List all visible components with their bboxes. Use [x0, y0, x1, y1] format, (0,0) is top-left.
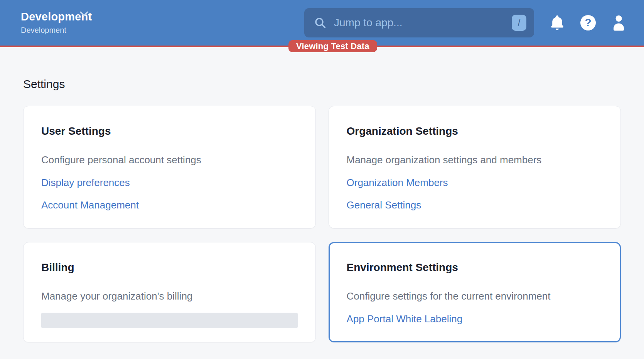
organization-settings-card: Organization Settings Manage organizatio…: [329, 106, 621, 229]
organization-members-link[interactable]: Organization Members: [347, 176, 448, 189]
question-mark-glyph: ?: [585, 17, 591, 28]
card-description: Configure personal account settings: [41, 154, 298, 166]
card-links: App Portal White Labeling: [347, 313, 603, 325]
general-settings-link[interactable]: General Settings: [347, 199, 421, 211]
viewing-test-data-badge: Viewing Test Data: [288, 40, 377, 52]
help-button[interactable]: ?: [580, 15, 596, 30]
search-input[interactable]: [333, 16, 512, 29]
environment-settings-card: Environment Settings Configure settings …: [329, 242, 621, 342]
card-description: Configure settings for the current envir…: [347, 290, 603, 302]
chevron-down-icon: [80, 11, 88, 18]
user-settings-card: User Settings Configure personal account…: [23, 106, 316, 229]
notifications-button[interactable]: [551, 15, 563, 31]
slash-shortcut-badge: /: [512, 15, 526, 31]
app-portal-white-labeling-link[interactable]: App Portal White Labeling: [347, 313, 463, 325]
card-description: Manage your organization's billing: [41, 290, 298, 302]
search-icon: [314, 17, 326, 29]
display-preferences-link[interactable]: Display preferences: [41, 176, 130, 189]
topbar-actions: ?: [551, 0, 625, 46]
billing-loading-placeholder: [41, 313, 298, 328]
account-management-link[interactable]: Account Management: [41, 199, 139, 211]
bell-icon: [551, 15, 563, 31]
page-title: Settings: [23, 77, 621, 91]
card-title: Billing: [41, 261, 298, 274]
question-mark-icon: ?: [580, 15, 596, 30]
card-description: Manage organization settings and members: [347, 154, 603, 166]
account-button[interactable]: [613, 15, 625, 31]
card-links: Display preferences Account Management: [41, 176, 298, 211]
settings-card-grid: User Settings Configure personal account…: [23, 106, 621, 342]
app-root: Development Development /: [0, 0, 644, 359]
card-links: Organization Members General Settings: [347, 176, 603, 211]
billing-card: Billing Manage your organization's billi…: [23, 242, 316, 342]
card-title: User Settings: [41, 125, 298, 138]
card-title: Environment Settings: [347, 261, 603, 274]
settings-page: Settings User Settings Configure persona…: [0, 77, 644, 342]
user-icon: [613, 15, 625, 31]
top-navigation-bar: Development Development /: [0, 0, 644, 46]
environment-sublabel: Development: [21, 25, 92, 35]
jump-to-app-search[interactable]: /: [304, 8, 534, 37]
card-title: Organization Settings: [347, 125, 603, 138]
